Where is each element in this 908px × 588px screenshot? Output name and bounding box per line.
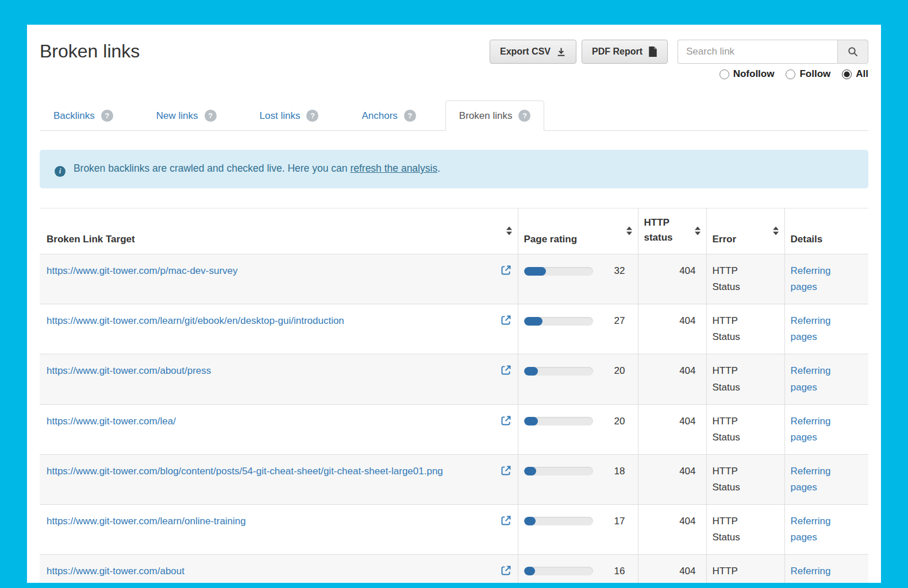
error-cell: HTTP Status xyxy=(706,404,784,454)
radio-all[interactable] xyxy=(842,69,852,79)
page-rating-bar xyxy=(524,467,593,475)
external-link-icon[interactable] xyxy=(500,364,512,376)
http-status-cell: 404 xyxy=(638,504,706,554)
filter-follow[interactable]: Follow xyxy=(786,68,830,80)
tab-anchors[interactable]: Anchors ? xyxy=(348,100,429,131)
broken-link-url[interactable]: https://www.git-tower.com/learn/git/eboo… xyxy=(47,315,344,326)
table-row: https://www.git-tower.com/learn/online-t… xyxy=(40,504,868,554)
refresh-analysis-link[interactable]: refresh the analysis xyxy=(350,163,437,174)
broken-link-url[interactable]: https://www.git-tower.com/p/mac-dev-surv… xyxy=(47,265,238,276)
error-cell: HTTP Status xyxy=(706,304,784,354)
external-link-icon[interactable] xyxy=(500,264,512,276)
table-row: https://www.git-tower.com/learn/git/eboo… xyxy=(40,304,868,354)
table-header-row: Broken Link Target Page rating HTTP stat… xyxy=(40,208,868,254)
details-cell: Referring pages xyxy=(784,304,868,354)
referring-pages-link[interactable]: Referring pages xyxy=(791,463,831,496)
details-cell: Referring pages xyxy=(784,404,868,454)
broken-link-url[interactable]: https://www.git-tower.com/about/press xyxy=(47,365,211,376)
radio-nofollow[interactable] xyxy=(720,69,729,79)
sort-arrows-icon[interactable] xyxy=(626,227,632,235)
referring-pages-link[interactable]: Referring pages xyxy=(791,413,831,446)
info-banner: i Broken backlinks are crawled and check… xyxy=(40,150,868,188)
page-rating-bar xyxy=(524,267,593,276)
external-link-icon[interactable] xyxy=(500,415,512,427)
broken-link-url[interactable]: https://www.git-tower.com/learn/online-t… xyxy=(47,516,246,527)
column-header-page-rating[interactable]: Page rating xyxy=(518,208,638,254)
column-header-broken-link-target[interactable]: Broken Link Target xyxy=(40,208,518,254)
page-rating-bar-fill xyxy=(524,567,535,575)
filter-all-label: All xyxy=(856,68,868,80)
external-link-icon[interactable] xyxy=(500,314,512,326)
referring-pages-link[interactable]: Referring pages xyxy=(791,363,831,395)
broken-link-url[interactable]: https://www.git-tower.com/about xyxy=(47,566,184,577)
page-rating-bar-fill xyxy=(524,267,546,276)
referring-pages-link[interactable]: Referring pages xyxy=(791,313,831,345)
tab-new-links-label: New links xyxy=(156,110,198,122)
page-rating-bar xyxy=(524,417,593,425)
help-icon[interactable]: ? xyxy=(306,110,318,122)
broken-link-url[interactable]: https://www.git-tower.com/lea/ xyxy=(47,416,176,427)
search-group xyxy=(678,40,868,64)
search-button[interactable] xyxy=(837,40,868,64)
tab-lost-links[interactable]: Lost links ? xyxy=(246,100,333,131)
header: Broken links Export CSV PDF Report xyxy=(40,25,868,64)
page-rating-cell: 20 xyxy=(518,404,638,454)
banner-text: Broken backlinks are crawled and checked… xyxy=(74,163,348,174)
page-rating-value: 32 xyxy=(614,263,625,279)
external-link-icon[interactable] xyxy=(500,514,512,527)
header-actions: Export CSV PDF Report xyxy=(490,40,868,64)
sort-arrows-icon[interactable] xyxy=(695,227,701,235)
column-header-error[interactable]: Error xyxy=(706,208,784,254)
broken-link-cell: https://www.git-tower.com/about/press xyxy=(40,354,518,404)
referring-pages-link[interactable]: Referring pages xyxy=(791,263,831,295)
download-icon xyxy=(556,47,566,57)
filter-nofollow[interactable]: Nofollow xyxy=(720,68,775,80)
error-cell: HTTP Status xyxy=(706,354,784,404)
tab-bar: Backlinks ? New links ? Lost links ? Anc… xyxy=(40,100,868,131)
tab-backlinks[interactable]: Backlinks ? xyxy=(40,100,127,131)
http-status-cell: 404 xyxy=(638,354,706,404)
external-link-icon[interactable] xyxy=(500,465,512,477)
document-icon xyxy=(648,47,657,57)
search-input[interactable] xyxy=(678,40,837,64)
column-header-details: Details xyxy=(784,208,868,254)
http-status-cell: 404 xyxy=(638,454,706,504)
help-icon[interactable]: ? xyxy=(518,110,530,122)
export-csv-button[interactable]: Export CSV xyxy=(490,40,576,64)
details-cell: Referring pages xyxy=(784,554,868,583)
page-rating-value: 20 xyxy=(614,363,625,379)
details-cell: Referring pages xyxy=(784,354,868,404)
help-icon[interactable]: ? xyxy=(101,110,113,122)
radio-follow[interactable] xyxy=(786,69,795,79)
referring-pages-link[interactable]: Referring pages xyxy=(791,513,831,546)
table-row: https://www.git-tower.com/about/press 20… xyxy=(40,354,868,404)
pdf-report-button[interactable]: PDF Report xyxy=(582,40,668,64)
table-row: https://www.git-tower.com/lea/ 20 404 HT… xyxy=(40,404,868,454)
tab-new-links[interactable]: New links ? xyxy=(143,100,230,131)
sort-arrows-icon[interactable] xyxy=(506,227,512,235)
referring-pages-link[interactable]: Referring pages xyxy=(791,563,831,583)
http-status-cell: 404 xyxy=(638,554,706,583)
page-rating-bar xyxy=(524,317,593,326)
page-rating-value: 18 xyxy=(614,463,625,479)
http-status-cell: 404 xyxy=(638,404,706,454)
broken-link-url[interactable]: https://www.git-tower.com/blog/content/p… xyxy=(47,466,443,477)
filter-nofollow-label: Nofollow xyxy=(733,68,775,80)
external-link-icon[interactable] xyxy=(500,564,512,577)
tab-broken-links[interactable]: Broken links ? xyxy=(445,100,545,131)
filter-all[interactable]: All xyxy=(842,68,868,80)
banner-suffix: . xyxy=(437,163,440,174)
follow-filter: Nofollow Follow All xyxy=(40,68,868,80)
sort-arrows-icon[interactable] xyxy=(773,227,779,235)
column-header-http-status[interactable]: HTTP status xyxy=(638,208,706,254)
details-cell: Referring pages xyxy=(784,504,868,554)
page-rating-bar xyxy=(524,567,593,575)
tab-backlinks-label: Backlinks xyxy=(53,110,95,122)
broken-link-cell: https://www.git-tower.com/p/mac-dev-surv… xyxy=(40,254,518,304)
table-row: https://www.git-tower.com/p/mac-dev-surv… xyxy=(40,254,868,304)
page-rating-bar-fill xyxy=(524,367,538,376)
page-rating-cell: 17 xyxy=(518,504,638,554)
details-cell: Referring pages xyxy=(784,454,868,504)
help-icon[interactable]: ? xyxy=(404,110,416,122)
help-icon[interactable]: ? xyxy=(205,110,217,122)
